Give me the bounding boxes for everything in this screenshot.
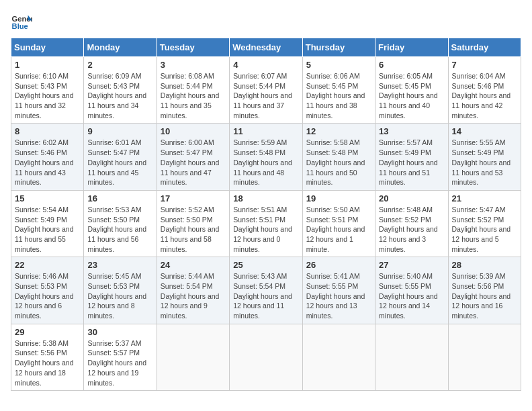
calendar-cell: 19 Sunrise: 5:50 AM Sunset: 5:51 PM Dayl…: [302, 190, 375, 257]
calendar-cell: 7 Sunrise: 6:04 AM Sunset: 5:46 PM Dayli…: [448, 57, 521, 124]
calendar-cell: [230, 324, 302, 390]
logo-icon: General Blue: [11, 11, 32, 32]
day-number: 30: [87, 327, 152, 337]
calendar-cell: 2 Sunrise: 6:09 AM Sunset: 5:43 PM Dayli…: [84, 57, 157, 124]
day-number: 7: [452, 60, 517, 70]
day-number: 19: [306, 193, 371, 203]
calendar-cell: 29 Sunrise: 5:38 AM Sunset: 5:56 PM Dayl…: [11, 324, 84, 390]
day-detail: Sunrise: 5:58 AM Sunset: 5:48 PM Dayligh…: [306, 138, 371, 187]
column-header-friday: Friday: [375, 38, 448, 57]
day-number: 11: [233, 126, 298, 136]
calendar-cell: 17 Sunrise: 5:52 AM Sunset: 5:50 PM Dayl…: [157, 190, 229, 257]
day-detail: Sunrise: 5:59 AM Sunset: 5:48 PM Dayligh…: [233, 138, 298, 187]
calendar-week-3: 15 Sunrise: 5:54 AM Sunset: 5:49 PM Dayl…: [11, 190, 521, 257]
day-detail: Sunrise: 5:48 AM Sunset: 5:52 PM Dayligh…: [379, 205, 444, 254]
day-detail: Sunrise: 5:37 AM Sunset: 5:57 PM Dayligh…: [87, 338, 152, 387]
day-detail: Sunrise: 5:52 AM Sunset: 5:50 PM Dayligh…: [161, 205, 226, 254]
day-detail: Sunrise: 5:55 AM Sunset: 5:49 PM Dayligh…: [452, 138, 517, 187]
calendar-cell: 27 Sunrise: 5:40 AM Sunset: 5:55 PM Dayl…: [375, 257, 448, 324]
calendar-cell: 23 Sunrise: 5:45 AM Sunset: 5:53 PM Dayl…: [84, 257, 157, 324]
calendar-week-5: 29 Sunrise: 5:38 AM Sunset: 5:56 PM Dayl…: [11, 324, 521, 390]
calendar-cell: 21 Sunrise: 5:47 AM Sunset: 5:52 PM Dayl…: [448, 190, 521, 257]
day-number: 25: [233, 260, 298, 270]
day-number: 9: [87, 126, 152, 136]
calendar-cell: 8 Sunrise: 6:02 AM Sunset: 5:46 PM Dayli…: [11, 124, 84, 190]
day-number: 5: [306, 60, 371, 70]
calendar-cell: 9 Sunrise: 6:01 AM Sunset: 5:47 PM Dayli…: [84, 124, 157, 190]
calendar-cell: [157, 324, 229, 390]
day-number: 8: [15, 126, 80, 136]
day-number: 23: [87, 260, 152, 270]
day-number: 14: [452, 126, 517, 136]
day-detail: Sunrise: 5:53 AM Sunset: 5:50 PM Dayligh…: [87, 205, 152, 254]
calendar-cell: 30 Sunrise: 5:37 AM Sunset: 5:57 PM Dayl…: [84, 324, 157, 390]
day-detail: Sunrise: 6:01 AM Sunset: 5:47 PM Dayligh…: [87, 138, 152, 187]
day-detail: Sunrise: 6:07 AM Sunset: 5:44 PM Dayligh…: [233, 71, 298, 120]
day-number: 15: [15, 193, 80, 203]
day-detail: Sunrise: 6:02 AM Sunset: 5:46 PM Dayligh…: [15, 138, 80, 187]
day-number: 22: [15, 260, 80, 270]
calendar-cell: 3 Sunrise: 6:08 AM Sunset: 5:44 PM Dayli…: [157, 57, 229, 124]
day-number: 10: [161, 126, 226, 136]
day-detail: Sunrise: 6:04 AM Sunset: 5:46 PM Dayligh…: [452, 71, 517, 120]
column-header-wednesday: Wednesday: [230, 38, 302, 57]
day-detail: Sunrise: 5:44 AM Sunset: 5:54 PM Dayligh…: [161, 271, 226, 320]
day-detail: Sunrise: 6:08 AM Sunset: 5:44 PM Dayligh…: [161, 71, 226, 120]
calendar-week-2: 8 Sunrise: 6:02 AM Sunset: 5:46 PM Dayli…: [11, 124, 521, 190]
column-header-tuesday: Tuesday: [157, 38, 229, 57]
calendar-cell: 16 Sunrise: 5:53 AM Sunset: 5:50 PM Dayl…: [84, 190, 157, 257]
day-number: 29: [15, 327, 80, 337]
day-number: 12: [306, 126, 371, 136]
day-number: 17: [161, 193, 226, 203]
calendar-cell: 18 Sunrise: 5:51 AM Sunset: 5:51 PM Dayl…: [230, 190, 302, 257]
day-detail: Sunrise: 5:38 AM Sunset: 5:56 PM Dayligh…: [15, 338, 80, 387]
day-detail: Sunrise: 5:39 AM Sunset: 5:56 PM Dayligh…: [452, 271, 517, 320]
calendar-cell: [375, 324, 448, 390]
day-detail: Sunrise: 5:40 AM Sunset: 5:55 PM Dayligh…: [379, 271, 444, 320]
day-number: 21: [452, 193, 517, 203]
calendar-cell: 5 Sunrise: 6:06 AM Sunset: 5:45 PM Dayli…: [302, 57, 375, 124]
calendar-cell: 11 Sunrise: 5:59 AM Sunset: 5:48 PM Dayl…: [230, 124, 302, 190]
day-detail: Sunrise: 5:54 AM Sunset: 5:49 PM Dayligh…: [15, 205, 80, 254]
day-number: 26: [306, 260, 371, 270]
column-header-saturday: Saturday: [448, 38, 521, 57]
calendar-cell: 15 Sunrise: 5:54 AM Sunset: 5:49 PM Dayl…: [11, 190, 84, 257]
day-detail: Sunrise: 6:06 AM Sunset: 5:45 PM Dayligh…: [306, 71, 371, 120]
calendar-cell: 4 Sunrise: 6:07 AM Sunset: 5:44 PM Dayli…: [230, 57, 302, 124]
calendar-cell: 13 Sunrise: 5:57 AM Sunset: 5:49 PM Dayl…: [375, 124, 448, 190]
calendar-cell: 6 Sunrise: 6:05 AM Sunset: 5:45 PM Dayli…: [375, 57, 448, 124]
column-header-sunday: Sunday: [11, 38, 84, 57]
day-detail: Sunrise: 6:10 AM Sunset: 5:43 PM Dayligh…: [15, 71, 80, 120]
day-detail: Sunrise: 5:57 AM Sunset: 5:49 PM Dayligh…: [379, 138, 444, 187]
day-number: 4: [233, 60, 298, 70]
calendar-cell: [302, 324, 375, 390]
calendar-week-4: 22 Sunrise: 5:46 AM Sunset: 5:53 PM Dayl…: [11, 257, 521, 324]
calendar-week-1: 1 Sunrise: 6:10 AM Sunset: 5:43 PM Dayli…: [11, 57, 521, 124]
calendar: SundayMondayTuesdayWednesdayThursdayFrid…: [11, 38, 521, 391]
calendar-cell: 28 Sunrise: 5:39 AM Sunset: 5:56 PM Dayl…: [448, 257, 521, 324]
day-detail: Sunrise: 5:46 AM Sunset: 5:53 PM Dayligh…: [15, 271, 80, 320]
day-number: 27: [379, 260, 444, 270]
day-number: 20: [379, 193, 444, 203]
column-header-monday: Monday: [84, 38, 157, 57]
header: General Blue: [11, 11, 521, 32]
calendar-cell: 12 Sunrise: 5:58 AM Sunset: 5:48 PM Dayl…: [302, 124, 375, 190]
day-detail: Sunrise: 5:45 AM Sunset: 5:53 PM Dayligh…: [87, 271, 152, 320]
day-detail: Sunrise: 5:47 AM Sunset: 5:52 PM Dayligh…: [452, 205, 517, 254]
day-number: 6: [379, 60, 444, 70]
day-number: 13: [379, 126, 444, 136]
calendar-cell: 25 Sunrise: 5:43 AM Sunset: 5:54 PM Dayl…: [230, 257, 302, 324]
calendar-cell: 22 Sunrise: 5:46 AM Sunset: 5:53 PM Dayl…: [11, 257, 84, 324]
day-detail: Sunrise: 5:50 AM Sunset: 5:51 PM Dayligh…: [306, 205, 371, 254]
calendar-cell: 14 Sunrise: 5:55 AM Sunset: 5:49 PM Dayl…: [448, 124, 521, 190]
day-number: 18: [233, 193, 298, 203]
day-number: 2: [87, 60, 152, 70]
day-detail: Sunrise: 6:09 AM Sunset: 5:43 PM Dayligh…: [87, 71, 152, 120]
day-number: 3: [161, 60, 226, 70]
calendar-cell: 10 Sunrise: 6:00 AM Sunset: 5:47 PM Dayl…: [157, 124, 229, 190]
day-number: 16: [87, 193, 152, 203]
logo: General Blue: [11, 11, 32, 32]
calendar-header-row: SundayMondayTuesdayWednesdayThursdayFrid…: [11, 38, 521, 57]
calendar-cell: 26 Sunrise: 5:41 AM Sunset: 5:55 PM Dayl…: [302, 257, 375, 324]
day-detail: Sunrise: 5:51 AM Sunset: 5:51 PM Dayligh…: [233, 205, 298, 254]
